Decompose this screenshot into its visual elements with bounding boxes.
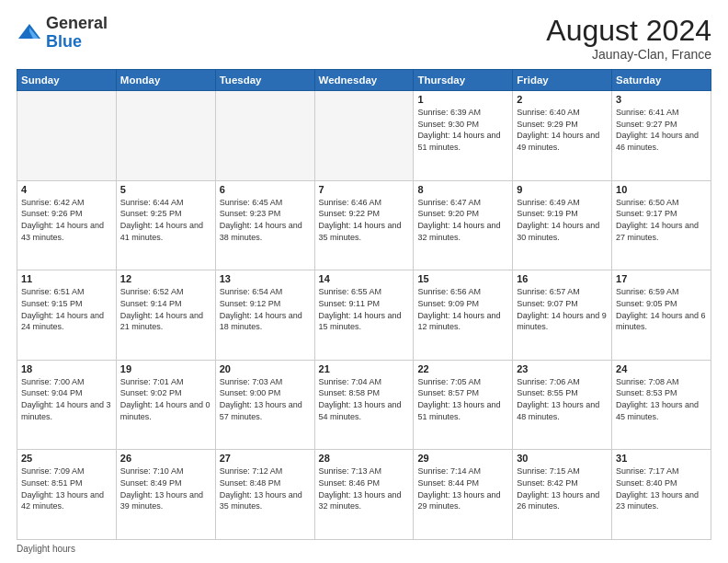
day-info: Sunrise: 6:52 AM Sunset: 9:14 PM Dayligh…	[120, 286, 211, 332]
calendar-cell: 9Sunrise: 6:49 AM Sunset: 9:19 PM Daylig…	[513, 180, 612, 270]
day-info: Sunrise: 7:13 AM Sunset: 8:46 PM Dayligh…	[319, 465, 410, 511]
logo-general: General	[46, 14, 108, 32]
calendar-week-3: 11Sunrise: 6:51 AM Sunset: 9:15 PM Dayli…	[17, 270, 711, 361]
calendar-cell: 21Sunrise: 7:04 AM Sunset: 8:58 PM Dayli…	[314, 360, 414, 450]
day-info: Sunrise: 6:50 AM Sunset: 9:17 PM Dayligh…	[616, 197, 707, 243]
day-number: 19	[120, 363, 211, 374]
day-number: 28	[319, 453, 410, 464]
calendar-cell: 13Sunrise: 6:54 AM Sunset: 9:12 PM Dayli…	[215, 270, 314, 361]
day-info: Sunrise: 6:44 AM Sunset: 9:25 PM Dayligh…	[120, 197, 211, 243]
day-info: Sunrise: 7:12 AM Sunset: 8:48 PM Dayligh…	[220, 465, 311, 511]
calendar-cell: 1Sunrise: 6:39 AM Sunset: 9:30 PM Daylig…	[414, 91, 513, 181]
calendar-week-4: 18Sunrise: 7:00 AM Sunset: 9:04 PM Dayli…	[17, 360, 711, 450]
calendar-cell: 29Sunrise: 7:14 AM Sunset: 8:44 PM Dayli…	[414, 450, 513, 540]
col-friday: Friday	[513, 70, 612, 91]
col-wednesday: Wednesday	[314, 70, 414, 91]
calendar-cell: 10Sunrise: 6:50 AM Sunset: 9:17 PM Dayli…	[612, 180, 711, 270]
logo-blue: Blue	[46, 32, 82, 51]
calendar-cell	[116, 91, 215, 181]
day-number: 7	[319, 184, 410, 195]
day-number: 9	[517, 184, 608, 195]
footer: Daylight hours	[17, 544, 711, 554]
day-info: Sunrise: 6:54 AM Sunset: 9:12 PM Dayligh…	[220, 286, 311, 332]
day-info: Sunrise: 6:55 AM Sunset: 9:11 PM Dayligh…	[319, 286, 410, 332]
calendar-cell: 7Sunrise: 6:46 AM Sunset: 9:22 PM Daylig…	[314, 180, 414, 270]
day-info: Sunrise: 6:57 AM Sunset: 9:07 PM Dayligh…	[517, 286, 608, 332]
day-number: 11	[21, 273, 112, 284]
day-number: 24	[616, 363, 707, 374]
day-info: Sunrise: 6:56 AM Sunset: 9:09 PM Dayligh…	[417, 286, 508, 332]
logo-text: General Blue	[46, 15, 108, 52]
calendar-cell: 11Sunrise: 6:51 AM Sunset: 9:15 PM Dayli…	[17, 270, 117, 361]
calendar-cell: 27Sunrise: 7:12 AM Sunset: 8:48 PM Dayli…	[215, 450, 314, 540]
day-number: 13	[220, 273, 311, 284]
day-number: 16	[517, 273, 608, 284]
day-number: 29	[417, 453, 508, 464]
day-info: Sunrise: 6:42 AM Sunset: 9:26 PM Dayligh…	[21, 197, 112, 243]
day-number: 2	[517, 94, 608, 105]
day-info: Sunrise: 7:04 AM Sunset: 8:58 PM Dayligh…	[319, 376, 410, 422]
day-info: Sunrise: 7:06 AM Sunset: 8:55 PM Dayligh…	[517, 376, 608, 422]
calendar-cell: 5Sunrise: 6:44 AM Sunset: 9:25 PM Daylig…	[116, 180, 215, 270]
day-number: 18	[21, 363, 112, 374]
day-number: 23	[517, 363, 608, 374]
day-info: Sunrise: 7:00 AM Sunset: 9:04 PM Dayligh…	[21, 376, 112, 422]
day-info: Sunrise: 6:40 AM Sunset: 9:29 PM Dayligh…	[517, 107, 608, 153]
day-number: 5	[120, 184, 211, 195]
title-area: August 2024 Jaunay-Clan, France	[546, 15, 711, 62]
day-number: 25	[21, 453, 112, 464]
month-year: August 2024	[546, 15, 711, 47]
day-info: Sunrise: 7:05 AM Sunset: 8:57 PM Dayligh…	[417, 376, 508, 422]
day-number: 22	[417, 363, 508, 374]
calendar-cell: 18Sunrise: 7:00 AM Sunset: 9:04 PM Dayli…	[17, 360, 117, 450]
calendar-cell: 20Sunrise: 7:03 AM Sunset: 9:00 PM Dayli…	[215, 360, 314, 450]
day-info: Sunrise: 6:41 AM Sunset: 9:27 PM Dayligh…	[616, 107, 707, 153]
calendar-cell	[17, 91, 117, 181]
day-number: 27	[220, 453, 311, 464]
calendar-cell: 24Sunrise: 7:08 AM Sunset: 8:53 PM Dayli…	[612, 360, 711, 450]
day-number: 12	[120, 273, 211, 284]
col-thursday: Thursday	[414, 70, 513, 91]
calendar-week-2: 4Sunrise: 6:42 AM Sunset: 9:26 PM Daylig…	[17, 180, 711, 270]
day-number: 10	[616, 184, 707, 195]
day-info: Sunrise: 7:09 AM Sunset: 8:51 PM Dayligh…	[21, 465, 112, 511]
calendar-cell: 31Sunrise: 7:17 AM Sunset: 8:40 PM Dayli…	[612, 450, 711, 540]
calendar-week-5: 25Sunrise: 7:09 AM Sunset: 8:51 PM Dayli…	[17, 450, 711, 540]
day-number: 6	[220, 184, 311, 195]
day-info: Sunrise: 6:47 AM Sunset: 9:20 PM Dayligh…	[417, 197, 508, 243]
day-number: 3	[616, 94, 707, 105]
calendar-table: Sunday Monday Tuesday Wednesday Thursday…	[17, 69, 711, 540]
calendar-week-1: 1Sunrise: 6:39 AM Sunset: 9:30 PM Daylig…	[17, 91, 711, 181]
day-number: 1	[417, 94, 508, 105]
calendar-cell: 4Sunrise: 6:42 AM Sunset: 9:26 PM Daylig…	[17, 180, 117, 270]
calendar-cell: 25Sunrise: 7:09 AM Sunset: 8:51 PM Dayli…	[17, 450, 117, 540]
calendar-cell: 23Sunrise: 7:06 AM Sunset: 8:55 PM Dayli…	[513, 360, 612, 450]
calendar-cell: 14Sunrise: 6:55 AM Sunset: 9:11 PM Dayli…	[314, 270, 414, 361]
calendar-cell: 30Sunrise: 7:15 AM Sunset: 8:42 PM Dayli…	[513, 450, 612, 540]
day-info: Sunrise: 7:03 AM Sunset: 9:00 PM Dayligh…	[220, 376, 311, 422]
day-info: Sunrise: 7:15 AM Sunset: 8:42 PM Dayligh…	[517, 465, 608, 511]
day-info: Sunrise: 7:10 AM Sunset: 8:49 PM Dayligh…	[120, 465, 211, 511]
calendar-cell: 16Sunrise: 6:57 AM Sunset: 9:07 PM Dayli…	[513, 270, 612, 361]
day-info: Sunrise: 6:46 AM Sunset: 9:22 PM Dayligh…	[319, 197, 410, 243]
day-number: 31	[616, 453, 707, 464]
header: General Blue August 2024 Jaunay-Clan, Fr…	[17, 15, 711, 62]
col-sunday: Sunday	[17, 70, 117, 91]
day-info: Sunrise: 7:14 AM Sunset: 8:44 PM Dayligh…	[417, 465, 508, 511]
day-info: Sunrise: 6:39 AM Sunset: 9:30 PM Dayligh…	[417, 107, 508, 153]
day-info: Sunrise: 6:49 AM Sunset: 9:19 PM Dayligh…	[517, 197, 608, 243]
calendar-cell	[314, 91, 414, 181]
day-number: 14	[319, 273, 410, 284]
day-number: 17	[616, 273, 707, 284]
day-info: Sunrise: 7:01 AM Sunset: 9:02 PM Dayligh…	[120, 376, 211, 422]
location: Jaunay-Clan, France	[546, 47, 711, 62]
calendar-cell: 26Sunrise: 7:10 AM Sunset: 8:49 PM Dayli…	[116, 450, 215, 540]
calendar-cell: 28Sunrise: 7:13 AM Sunset: 8:46 PM Dayli…	[314, 450, 414, 540]
day-number: 8	[417, 184, 508, 195]
calendar-cell: 12Sunrise: 6:52 AM Sunset: 9:14 PM Dayli…	[116, 270, 215, 361]
calendar-cell: 6Sunrise: 6:45 AM Sunset: 9:23 PM Daylig…	[215, 180, 314, 270]
logo-icon	[17, 20, 42, 46]
calendar-cell: 19Sunrise: 7:01 AM Sunset: 9:02 PM Dayli…	[116, 360, 215, 450]
calendar-cell: 8Sunrise: 6:47 AM Sunset: 9:20 PM Daylig…	[414, 180, 513, 270]
day-info: Sunrise: 7:08 AM Sunset: 8:53 PM Dayligh…	[616, 376, 707, 422]
